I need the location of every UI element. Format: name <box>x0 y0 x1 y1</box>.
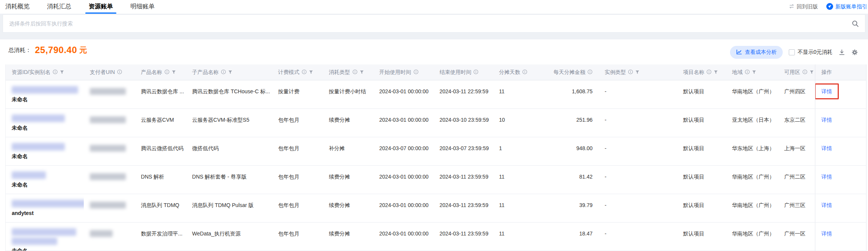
column-header-label: 地域 <box>732 69 743 76</box>
resource-id-cell: 未命名 <box>6 80 84 108</box>
end-time-cell: 2024-03-11 22:59:59 <box>433 80 493 108</box>
zone-cell: 广州三区 <box>778 194 815 222</box>
line-chart-icon <box>736 49 742 56</box>
column-header-label: 分摊天数 <box>499 69 520 76</box>
info-icon[interactable] <box>221 69 226 75</box>
info-icon[interactable] <box>522 69 527 75</box>
sub-product-cell: 消息队列 TDMQ Pulsar 版 <box>186 194 272 222</box>
detail-link[interactable]: 详情 <box>821 202 832 208</box>
column-header: 每天分摊金额 <box>547 64 599 80</box>
column-header: 实例类型 <box>599 64 677 80</box>
detail-link[interactable]: 详情 <box>821 231 832 237</box>
filter-icon[interactable] <box>752 69 756 75</box>
consume-type-cell: 续费分摊 <box>323 194 373 222</box>
detail-link[interactable]: 详情 <box>821 145 832 151</box>
billing-mode-cell: 包年包月 <box>272 137 323 165</box>
download-icon[interactable] <box>838 49 845 56</box>
info-icon[interactable] <box>745 69 750 75</box>
column-header: 操作 <box>815 64 866 80</box>
project-name-cell: 默认项目 <box>677 166 726 194</box>
billing-mode-cell: 按量计费 <box>272 80 323 108</box>
info-icon[interactable] <box>473 69 478 75</box>
info-icon[interactable] <box>802 69 807 75</box>
product-name-cell: 消息队列 TDMQ <box>135 194 186 222</box>
table-body: 未命名 腾讯云数据仓库 ... 腾讯云数据仓库 TCHouse-C 标... 按… <box>6 80 866 251</box>
tab-bar-right: 回到旧版 新版账单指引 <box>789 0 867 14</box>
back-to-old-version-link[interactable]: 回到旧版 <box>789 3 818 10</box>
resource-id-cell: 未命名 <box>6 109 84 137</box>
info-icon[interactable] <box>353 69 357 75</box>
filter-icon[interactable] <box>172 69 176 75</box>
table-row: 未命名 腾讯云微搭低代码 微搭低代码 包年包月 补分摊 2024-03-07 0… <box>6 137 866 166</box>
payer-uin-cell <box>84 194 135 222</box>
info-icon[interactable] <box>588 69 592 75</box>
hide-zero-checkbox[interactable] <box>789 49 795 55</box>
info-icon[interactable] <box>302 69 307 75</box>
resource-id-link-redacted[interactable] <box>12 115 65 122</box>
column-header: 项目名称 <box>677 64 726 80</box>
start-time-cell: 2024-03-01 00:00:00 <box>373 194 434 222</box>
filter-icon[interactable] <box>810 69 814 75</box>
resource-id-link-redacted[interactable] <box>12 171 46 179</box>
resource-id-cell: 未命名 <box>6 223 84 251</box>
filter-icon[interactable] <box>60 69 64 75</box>
product-name-cell: 腾讯云微搭低代码 <box>135 137 186 165</box>
info-icon[interactable] <box>707 69 711 75</box>
info-icon[interactable] <box>628 69 633 75</box>
filter-icon[interactable] <box>714 69 718 75</box>
info-icon[interactable] <box>53 69 58 75</box>
consume-type-cell: 补分摊 <box>323 137 373 165</box>
column-header: 计费模式 <box>272 64 323 80</box>
payer-uin-redacted <box>90 202 126 209</box>
payer-uin-redacted <box>90 88 126 95</box>
tab-detail-bill[interactable]: 明细账单 <box>130 0 155 14</box>
back-to-old-label: 回到旧版 <box>797 3 818 10</box>
daily-amount-cell: 18.47 <box>547 223 599 251</box>
view-cost-analysis-button[interactable]: 查看成本分析 <box>730 46 783 59</box>
bill-tab-bar: 消耗概览 消耗汇总 资源账单 明细账单 回到旧版 新版账单指引 <box>0 0 868 14</box>
consume-type-cell: 按量计费小时结 <box>323 80 373 108</box>
filter-icon[interactable] <box>635 69 639 75</box>
info-icon[interactable] <box>414 69 418 75</box>
end-time-cell: 2024-03-07 23:59:59 <box>433 137 493 165</box>
column-header-label: 产品名称 <box>141 69 162 76</box>
action-cell: 详情 <box>815 194 866 222</box>
total-consumption-unit: 元 <box>79 45 87 55</box>
billing-mode-cell: 包年包月 <box>272 194 323 222</box>
action-cell: 详情 <box>815 137 866 165</box>
info-icon[interactable] <box>117 69 122 75</box>
info-icon[interactable] <box>165 69 169 75</box>
table-row: 未命名 云服务器CVM 云服务器CVM-标准型S5 包年包月 续费分摊 2024… <box>6 109 866 137</box>
search-input[interactable] <box>3 20 852 27</box>
payer-uin-cell <box>84 109 135 137</box>
tab-consumption-summary[interactable]: 消耗汇总 <box>47 0 71 14</box>
product-name-cell: 腾讯云数据仓库 ... <box>135 80 186 108</box>
resource-id-cell: 未命名 <box>6 166 84 194</box>
resource-id-link-redacted[interactable] <box>12 228 76 236</box>
resource-id-link-redacted[interactable] <box>12 143 65 151</box>
resource-id-link-redacted[interactable] <box>12 200 84 207</box>
filter-icon[interactable] <box>228 69 232 75</box>
filter-icon[interactable] <box>309 69 313 75</box>
resource-bill-table: 资源ID/实例别名 支付者UIN 产品名称 <box>5 64 866 251</box>
tab-consumption-overview[interactable]: 消耗概览 <box>5 0 30 14</box>
detail-link[interactable]: 详情 <box>821 174 832 180</box>
search-icon[interactable] <box>852 20 859 27</box>
product-name-cell: DNS 解析 <box>135 166 186 194</box>
total-consumption: 总消耗： 25,790.40 元 <box>8 45 87 55</box>
new-bill-guide-link[interactable]: 新版账单指引 <box>826 3 867 11</box>
filter-icon[interactable] <box>360 69 364 75</box>
start-time-cell: 2024-03-01 00:00:00 <box>373 109 434 137</box>
region-cell: 华南地区（广州） <box>726 166 778 194</box>
settings-gear-icon[interactable] <box>851 49 858 56</box>
region-cell: 华南地区（广州） <box>726 80 778 108</box>
region-cell: 华南地区（广州） <box>726 194 778 222</box>
consume-type-cell: 续费分摊 <box>323 109 373 137</box>
amortize-days-cell: 11 <box>493 166 547 194</box>
total-consumption-label: 总消耗： <box>8 47 31 54</box>
region-cell: 华南地区（广州） <box>726 223 778 251</box>
detail-link[interactable]: 详情 <box>815 83 839 99</box>
resource-id-link-redacted[interactable] <box>12 86 78 94</box>
tab-resource-bill[interactable]: 资源账单 <box>89 0 113 14</box>
detail-link[interactable]: 详情 <box>821 117 832 123</box>
